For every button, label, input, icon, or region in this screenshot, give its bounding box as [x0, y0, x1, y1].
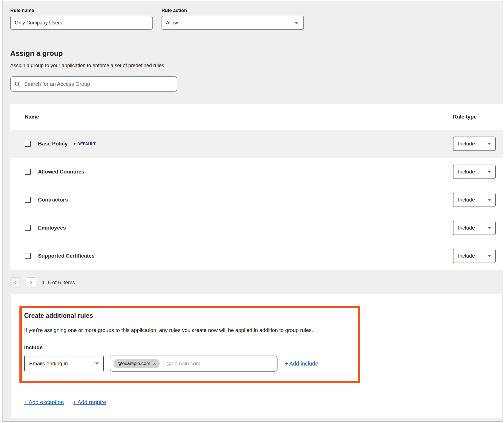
chevron-down-icon [294, 22, 298, 24]
highlighted-section: Create additional rules If you're assign… [19, 306, 360, 383]
column-header-name: Name [25, 114, 39, 120]
chevron-down-icon [487, 171, 491, 173]
row-name: Employees [38, 225, 66, 231]
rule-action-label: Rule action [162, 8, 304, 13]
table-row: Base Policy DEFAULT Include [10, 130, 503, 158]
pagination: 1–5 of 6 items [10, 277, 503, 288]
row-name: Base Policy [38, 141, 68, 147]
access-groups-table: Name Rule type Base Policy DEFAULT Inclu… [10, 104, 503, 270]
assign-group-description: Assign a group to your application to en… [10, 63, 503, 69]
add-exception-link[interactable]: + Add exception [24, 399, 64, 406]
chevron-down-icon [487, 199, 491, 201]
page-frame: Rule name Rule action Allow Assign a gro… [2, 1, 503, 422]
column-header-rule-type: Rule type [453, 114, 496, 120]
table-row: Contractors Include [10, 186, 503, 214]
chevron-left-icon [14, 281, 17, 284]
condition-value: Emails ending in [29, 361, 68, 367]
search-input[interactable] [24, 81, 173, 87]
rule-form-row: Rule name Rule action Allow [10, 8, 503, 30]
access-group-search[interactable] [10, 76, 177, 92]
chevron-down-icon [487, 143, 491, 145]
footer-links: + Add exception + Add require [19, 399, 502, 406]
rule-type-select[interactable]: Include [453, 193, 496, 207]
additional-rules-card: Create additional rules If you're assign… [10, 294, 503, 418]
chevron-right-icon [29, 281, 33, 284]
rule-type-select[interactable]: Include [453, 165, 496, 179]
rule-type-select[interactable]: Include [453, 137, 496, 151]
domain-tag-input[interactable]: @example.com × [110, 356, 278, 372]
chevron-down-icon [95, 362, 99, 365]
add-require-link[interactable]: + Add require [73, 399, 106, 406]
include-rule-row: Emails ending in @example.com × + Add in… [24, 356, 358, 372]
pagination-label: 1–5 of 6 items [42, 280, 75, 286]
condition-select[interactable]: Emails ending in [24, 356, 104, 371]
rule-name-label: Rule name [10, 8, 153, 13]
rule-action-value: Allow [166, 20, 178, 26]
include-label: Include [24, 344, 358, 351]
additional-rules-title: Create additional rules [24, 312, 358, 319]
row-name: Allowed Countries [38, 169, 84, 175]
badge-dot-icon [74, 143, 75, 145]
rule-type-select[interactable]: Include [453, 221, 496, 235]
table-row: Supported Certificates Include [10, 242, 503, 270]
assign-group-title: Assign a group [10, 49, 503, 58]
additional-rules-description: If you're assigning one or more groups t… [24, 327, 358, 333]
rule-action-select[interactable]: Allow [162, 16, 304, 30]
rule-type-select[interactable]: Include [453, 249, 496, 263]
chevron-down-icon [487, 227, 491, 229]
table-header: Name Rule type [10, 104, 503, 130]
row-checkbox[interactable] [25, 141, 31, 147]
table-row: Allowed Countries Include [10, 158, 503, 186]
row-name: Supported Certificates [38, 253, 95, 259]
row-checkbox[interactable] [25, 197, 31, 203]
table-row: Employees Include [10, 214, 503, 242]
row-checkbox[interactable] [25, 225, 31, 231]
row-checkbox[interactable] [25, 169, 31, 175]
previous-page-button[interactable] [10, 277, 21, 288]
chevron-down-icon [487, 255, 491, 257]
remove-chip-icon[interactable]: × [153, 362, 156, 366]
rule-name-input[interactable] [10, 16, 153, 30]
row-name: Contractors [38, 197, 68, 203]
search-icon [15, 81, 20, 87]
row-checkbox[interactable] [25, 253, 31, 259]
default-badge: DEFAULT [74, 142, 96, 146]
domain-input[interactable] [166, 360, 274, 367]
add-include-link[interactable]: + Add include [285, 361, 318, 367]
next-page-button[interactable] [26, 277, 36, 288]
domain-chip: @example.com × [114, 359, 160, 368]
